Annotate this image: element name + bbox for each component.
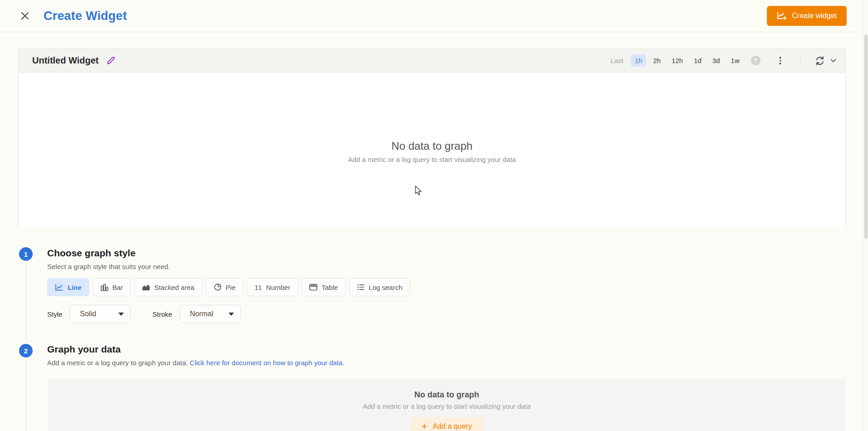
line-options-row: Style Solid Stroke Normal	[47, 305, 846, 323]
stacked-area-icon	[142, 284, 150, 291]
step-2-badge: 2	[19, 344, 33, 358]
number-icon: 11	[254, 284, 262, 291]
time-range-1d[interactable]: 1d	[690, 54, 706, 67]
time-range-12h[interactable]: 12h	[668, 54, 687, 67]
graph-type-pie[interactable]: Pie	[206, 278, 244, 296]
style-select[interactable]: Solid	[69, 305, 131, 323]
graph-type-row: LineBarStacked areaPie11NumberTableLog s…	[47, 278, 846, 296]
graph-type-label: Table	[322, 284, 338, 291]
time-range-2h[interactable]: 2h	[649, 54, 665, 67]
stroke-label: Stroke	[152, 310, 172, 318]
help-icon[interactable]: ?	[751, 56, 761, 65]
step-1-subtitle: Select a graph style that suits your nee…	[47, 263, 846, 270]
pie-chart-icon	[214, 283, 222, 291]
plus-icon: +	[421, 421, 427, 431]
graph-type-table[interactable]: Table	[302, 278, 346, 296]
query-empty-title: No data to graph	[48, 379, 846, 400]
scrollbar-thumb[interactable]	[864, 34, 868, 239]
bar-chart-icon	[101, 284, 108, 291]
divider	[800, 54, 800, 68]
line-chart-icon	[55, 284, 63, 291]
preview-empty-subtitle: Add a metric or a log query to start vis…	[19, 156, 845, 163]
step-1-title: Choose graph style	[47, 247, 846, 259]
query-empty-subtitle: Add a metric or a log query to start vis…	[48, 402, 846, 410]
chart-plus-icon	[777, 11, 787, 20]
stroke-select-value: Normal	[190, 310, 214, 318]
time-range-prefix: Last	[610, 57, 623, 64]
refresh-icon[interactable]	[814, 55, 826, 66]
step-1-badge: 1	[19, 247, 33, 261]
add-query-label: Add a query	[433, 422, 472, 431]
caret-down-icon	[118, 313, 124, 316]
graph-type-label: Log search	[369, 284, 402, 291]
widget-title: Untitled Widget	[32, 55, 98, 66]
create-widget-label: Create widget	[792, 12, 837, 20]
table-icon	[309, 284, 317, 291]
graph-type-stacked-area[interactable]: Stacked area	[134, 278, 202, 296]
query-empty-panel: No data to graph Add a metric or a log q…	[48, 379, 846, 431]
graph-data-doc-link[interactable]: Click here for document on how to graph …	[190, 359, 344, 367]
graph-type-label: Line	[68, 284, 82, 291]
graph-type-label: Stacked area	[154, 284, 194, 291]
step-connector-line	[25, 265, 26, 341]
step-2-subtitle: Add a metric or a log query to graph you…	[47, 359, 190, 367]
edit-title-pencil-icon[interactable]	[106, 55, 116, 66]
widget-preview-header: Untitled Widget Last 1h2h12h1d3d1w ?	[19, 49, 845, 73]
close-icon[interactable]	[18, 9, 32, 23]
scrollbar[interactable]	[863, 0, 868, 431]
more-options-kebab-icon[interactable]	[776, 55, 785, 66]
dialog-header: Create Widget Create widget	[0, 0, 868, 32]
stroke-select[interactable]: Normal	[180, 305, 241, 323]
graph-type-label: Bar	[112, 284, 123, 291]
create-widget-button[interactable]: Create widget	[767, 6, 847, 26]
log-search-icon	[357, 284, 365, 291]
graph-type-log-search[interactable]: Log search	[349, 278, 410, 296]
style-select-value: Solid	[80, 310, 96, 318]
time-range-1h[interactable]: 1h	[631, 54, 647, 67]
graph-type-number[interactable]: 11Number	[247, 278, 298, 296]
page-title: Create Widget	[44, 9, 127, 23]
time-range-cluster: Last 1h2h12h1d3d1w ?	[610, 54, 836, 68]
add-query-button[interactable]: + Add a query	[410, 417, 483, 431]
preview-empty-title: No data to graph	[19, 73, 845, 152]
widget-preview-body: No data to graph Add a metric or a log q…	[19, 73, 845, 227]
caret-down-icon	[229, 313, 234, 316]
widget-preview-panel: Untitled Widget Last 1h2h12h1d3d1w ?	[18, 49, 846, 227]
step-1-section: Choose graph style Select a graph style …	[47, 247, 846, 323]
time-range-3d[interactable]: 3d	[708, 54, 724, 67]
chevron-down-icon[interactable]	[830, 59, 836, 63]
time-range-options: 1h2h12h1d3d1w	[631, 54, 744, 67]
time-range-1w[interactable]: 1w	[727, 54, 743, 67]
graph-type-bar[interactable]: Bar	[93, 278, 131, 296]
graph-type-line[interactable]: Line	[47, 278, 89, 296]
step-connector-line	[25, 360, 26, 431]
refresh-control[interactable]	[814, 55, 836, 66]
graph-type-label: Number	[266, 284, 290, 291]
step-2-section: Graph your data Add a metric or a log qu…	[47, 343, 846, 431]
graph-type-label: Pie	[226, 284, 236, 291]
step-2-title: Graph your data	[47, 343, 846, 355]
style-label: Style	[47, 310, 62, 318]
